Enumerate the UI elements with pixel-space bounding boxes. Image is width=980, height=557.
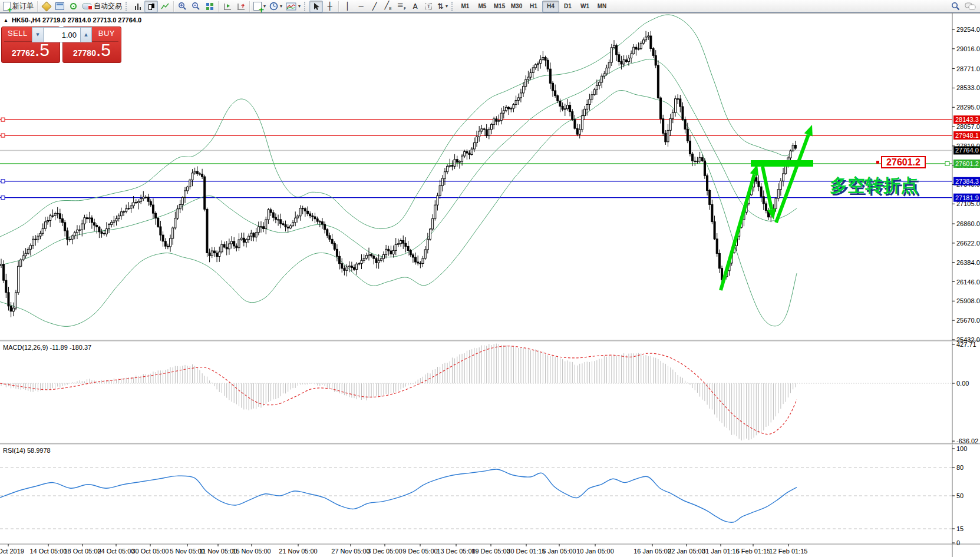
auto-scroll-icon — [223, 2, 232, 11]
fibonacci-tool-button[interactable]: ≡F — [395, 1, 408, 12]
volume-input[interactable] — [44, 28, 80, 42]
new-order-button[interactable]: + 新订单 — [1, 1, 35, 12]
candles-layer — [1, 31, 797, 317]
indicators-icon — [286, 2, 296, 11]
crosshair-icon: ┼ — [328, 2, 332, 10]
svg-text:28771.0: 28771.0 — [956, 65, 980, 72]
label-tool-button[interactable]: T — [422, 1, 435, 12]
tab-m5[interactable]: M5 — [474, 1, 491, 12]
svg-text:0: 0 — [956, 539, 960, 546]
metaeditor-button[interactable] — [53, 1, 67, 12]
svg-text:28295.0: 28295.0 — [956, 104, 980, 111]
layouts-button[interactable] — [39, 1, 53, 12]
indicators-button[interactable]: ▾ — [284, 1, 302, 12]
zoom-out-icon — [192, 2, 200, 11]
macd-label: MACD(12,26,9) -11.89 -180.37 — [3, 344, 91, 351]
svg-text:8 Oct 2019: 8 Oct 2019 — [0, 548, 24, 555]
turning-point-text: 多空转折点 — [830, 175, 918, 195]
tab-mn[interactable]: MN — [593, 1, 611, 12]
svg-text:11 Nov 05:00: 11 Nov 05:00 — [199, 548, 237, 555]
chat-icon[interactable] — [965, 2, 976, 11]
line-chart-icon — [161, 3, 169, 10]
svg-text:27384.3: 27384.3 — [955, 178, 979, 185]
label-icon: T — [425, 3, 433, 10]
arrows-tool-button[interactable]: ⇅▾ — [435, 1, 450, 12]
bollinger-middle — [0, 59, 797, 265]
rsi-label: RSI(14) 58.9978 — [3, 447, 51, 454]
tab-m1[interactable]: M1 — [457, 1, 474, 12]
tester-button[interactable] — [67, 1, 80, 12]
indicators-caret-icon: ▾ — [298, 4, 301, 9]
buy-price: 27780.5 — [63, 40, 121, 60]
svg-text:27764.0: 27764.0 — [955, 147, 979, 154]
svg-text:30 Dec 01:15: 30 Dec 01:15 — [507, 548, 545, 555]
autotrading-button[interactable]: 自动交易 — [80, 1, 124, 12]
horizontal-line-icon: ─ — [359, 2, 364, 10]
svg-text:30 Oct 05:00: 30 Oct 05:00 — [132, 548, 169, 555]
zoom-in-icon — [178, 2, 187, 11]
hline-tool-button[interactable]: ─ — [354, 1, 368, 12]
volume-down-button[interactable]: ▼ — [32, 28, 44, 42]
collapse-triangle-icon[interactable]: ▲ — [4, 18, 8, 23]
zoom-out-button[interactable] — [189, 1, 203, 12]
trendline-tool-button[interactable]: ╱ — [368, 1, 381, 12]
buy-label: BUY — [98, 29, 115, 38]
one-click-trading-panel: SELL 27762.5 BUY 27780.5 ▼ ▲ — [1, 26, 123, 63]
tab-h1[interactable]: H1 — [525, 1, 542, 12]
svg-text:12 Feb 01:15: 12 Feb 01:15 — [770, 548, 808, 555]
rsi-pane: 1008050150 — [0, 445, 967, 546]
tab-h4[interactable]: H4 — [542, 1, 559, 12]
svg-text:28057.0: 28057.0 — [956, 123, 980, 130]
volume-control: ▼ ▲ — [32, 27, 92, 42]
time-axis[interactable]: 8 Oct 201914 Oct 05:0018 Oct 05:0024 Oct… — [0, 544, 807, 555]
text-tool-button[interactable]: A — [408, 1, 422, 12]
tab-m30[interactable]: M30 — [508, 1, 525, 12]
svg-text:26622.0: 26622.0 — [956, 240, 980, 247]
svg-text:10 Jan 05:00: 10 Jan 05:00 — [576, 548, 614, 555]
bar-chart-button[interactable] — [131, 1, 144, 12]
cursor-tool-button[interactable] — [309, 1, 323, 12]
svg-text:27948.1: 27948.1 — [955, 132, 979, 139]
tile-windows-button[interactable] — [203, 1, 216, 12]
search-icon[interactable] — [951, 2, 960, 11]
auto-scroll-button[interactable] — [220, 1, 234, 12]
chart-canvas[interactable]: 29254.029016.028771.028533.028295.028057… — [0, 13, 980, 557]
vertical-line-icon: │ — [345, 2, 350, 10]
svg-text:27181.9: 27181.9 — [955, 194, 979, 201]
tab-d1[interactable]: D1 — [559, 1, 576, 12]
svg-text:15: 15 — [956, 525, 963, 532]
tab-w1[interactable]: W1 — [576, 1, 593, 12]
volume-up-button[interactable]: ▲ — [80, 28, 91, 42]
tab-m15[interactable]: M15 — [491, 1, 508, 12]
new-order-label: 新订单 — [12, 1, 34, 11]
line-chart-button[interactable] — [158, 1, 171, 12]
tester-icon — [70, 3, 77, 9]
svg-text:31 Jan 01:15: 31 Jan 01:15 — [702, 548, 740, 555]
candlestick-chart-button[interactable] — [144, 1, 158, 12]
svg-text:14 Oct 05:00: 14 Oct 05:00 — [30, 548, 67, 555]
chart-shift-button[interactable] — [234, 1, 248, 12]
vline-tool-button[interactable]: │ — [341, 1, 354, 12]
profiles-caret-icon: ▾ — [280, 4, 282, 9]
svg-text:28143.3: 28143.3 — [955, 116, 979, 123]
candlestick-chart-icon — [148, 3, 155, 10]
price-label-annotation[interactable]: 27601.2 — [876, 157, 949, 168]
svg-text:26860.0: 26860.0 — [956, 220, 980, 227]
channel-tool-button[interactable]: ╱E — [381, 1, 395, 12]
svg-text:19 Dec 05:00: 19 Dec 05:00 — [471, 548, 510, 555]
svg-text:-636.02: -636.02 — [956, 437, 978, 445]
svg-text:29254.0: 29254.0 — [956, 26, 980, 33]
new-chart-button[interactable]: + ▾ — [252, 1, 268, 12]
zoom-in-button[interactable] — [176, 1, 189, 12]
mt4-window: + 新订单 自动交易 — [0, 0, 980, 557]
svg-text:9 Dec 05:00: 9 Dec 05:00 — [402, 548, 437, 555]
sell-price: 27762.5 — [2, 40, 60, 60]
chart-window: 29254.029016.028771.028533.028295.028057… — [0, 13, 980, 557]
svg-text:28533.0: 28533.0 — [956, 84, 980, 91]
crosshair-tool-button[interactable]: ┼ — [323, 1, 336, 12]
profiles-button[interactable]: ▾ — [268, 1, 284, 12]
svg-text:3 Dec 05:00: 3 Dec 05:00 — [367, 548, 402, 555]
svg-text:25670.0: 25670.0 — [956, 317, 980, 324]
svg-text:26146.0: 26146.0 — [956, 278, 980, 286]
svg-text:27601.2: 27601.2 — [955, 160, 979, 167]
